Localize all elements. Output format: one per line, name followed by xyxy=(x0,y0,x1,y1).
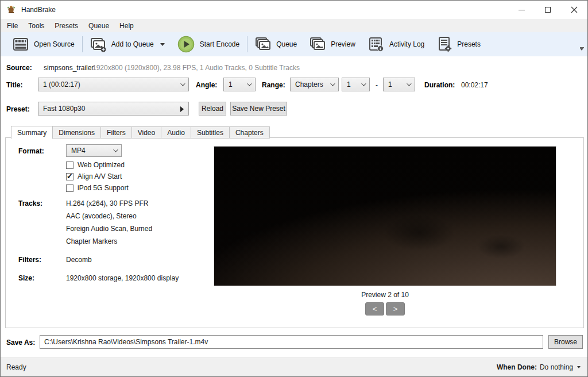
range-separator: - xyxy=(376,81,378,89)
presets-button[interactable]: Presets xyxy=(431,32,487,56)
filters-value: Decomb xyxy=(66,256,92,264)
save-as-input[interactable]: C:\Users\Krishna Rao\Videos\Simpsons Tra… xyxy=(40,335,543,349)
range-to-select[interactable]: 1 xyxy=(383,78,415,91)
tab-dimensions[interactable]: Dimensions xyxy=(53,126,101,139)
web-optimized-checkbox[interactable] xyxy=(66,161,74,169)
presets-label: Presets xyxy=(457,40,481,48)
menu-presets[interactable]: Presets xyxy=(49,20,83,32)
add-to-queue-button[interactable]: Add to Queue xyxy=(84,32,171,56)
open-source-label: Open Source xyxy=(34,40,75,48)
settings-tabs: Summary Dimensions Filters Video Audio S… xyxy=(11,125,270,139)
close-icon xyxy=(571,6,578,13)
source-name: simpsons_trailer xyxy=(44,64,94,72)
activity-log-button[interactable]: Activity Log xyxy=(362,32,431,56)
preview-button[interactable]: Preview xyxy=(303,32,362,56)
minimize-button[interactable] xyxy=(508,1,535,19)
toolbar-overflow-button[interactable] xyxy=(578,47,585,54)
size-label: Size: xyxy=(18,274,34,282)
tab-filters[interactable]: Filters xyxy=(101,126,132,139)
when-done-value: Do nothing xyxy=(540,363,573,371)
menu-queue[interactable]: Queue xyxy=(83,20,114,32)
format-label: Format: xyxy=(18,147,44,155)
tracks-label: Tracks: xyxy=(18,199,42,207)
ipod-5g-support-option[interactable]: iPod 5G Support xyxy=(66,184,129,192)
menu-help[interactable]: Help xyxy=(114,20,139,32)
chevron-down-icon xyxy=(330,81,335,86)
presets-icon xyxy=(437,36,452,52)
toolbar: Open Source Add to Queue Start Encode xyxy=(1,32,587,56)
add-to-queue-dropdown-icon[interactable] xyxy=(160,43,165,46)
add-to-queue-label: Add to Queue xyxy=(111,40,154,48)
track-subtitle: Foreign Audio Scan, Burned xyxy=(66,225,152,233)
handbrake-window: HandBrake File Tools Presets Queue Help … xyxy=(0,0,588,377)
title-select-value: 1 (00:02:17) xyxy=(43,80,80,89)
queue-button[interactable]: Queue xyxy=(249,32,303,56)
ipod-5g-support-checkbox[interactable] xyxy=(66,184,74,192)
save-as-path: C:\Users\Krishna Rao\Videos\Simpsons Tra… xyxy=(44,338,208,346)
reload-button[interactable]: Reload xyxy=(199,102,226,116)
when-done-dropdown-icon xyxy=(577,366,581,368)
open-source-icon xyxy=(13,36,29,52)
duration-value: 00:02:17 xyxy=(461,81,488,89)
preview-next-button[interactable]: > xyxy=(386,302,405,316)
menu-tools[interactable]: Tools xyxy=(23,20,49,32)
start-encode-label: Start Encode xyxy=(200,40,239,48)
track-chapters: Chapter Markers xyxy=(66,237,117,245)
align-av-start-option[interactable]: Align A/V Start xyxy=(66,172,122,180)
add-to-queue-icon xyxy=(90,36,106,52)
toolbar-separator xyxy=(247,36,247,52)
track-audio: AAC (avcodec), Stereo xyxy=(66,212,137,220)
tab-video[interactable]: Video xyxy=(132,126,161,139)
ipod-5g-support-label: iPod 5G Support xyxy=(78,184,129,192)
save-new-preset-button[interactable]: Save New Preset xyxy=(230,102,287,116)
start-encode-button[interactable]: Start Encode xyxy=(171,32,246,56)
menu-bar: File Tools Presets Queue Help xyxy=(1,19,587,32)
preview-caption: Preview 2 of 10 xyxy=(214,291,556,299)
minimize-icon xyxy=(519,10,525,10)
tab-subtitles[interactable]: Subtitles xyxy=(191,126,230,139)
format-select[interactable]: MP4 xyxy=(66,144,122,157)
overflow-icon xyxy=(580,47,584,48)
source-details: 1920x800 (1920x800), 23.98 FPS, 1 Audio … xyxy=(92,64,300,72)
filters-label: Filters: xyxy=(18,256,41,264)
tab-audio[interactable]: Audio xyxy=(161,126,191,139)
preview-prev-button[interactable]: < xyxy=(365,302,384,316)
range-type-select[interactable]: Chapters xyxy=(290,78,339,91)
preset-select[interactable]: Fast 1080p30 xyxy=(38,102,189,116)
tab-summary[interactable]: Summary xyxy=(11,126,53,139)
range-label: Range: xyxy=(262,81,285,89)
open-source-button[interactable]: Open Source xyxy=(6,32,81,56)
format-select-value: MP4 xyxy=(71,147,86,155)
chevron-down-icon xyxy=(361,81,366,86)
menu-file[interactable]: File xyxy=(2,20,23,32)
angle-select-value: 1 xyxy=(229,80,233,89)
close-button[interactable] xyxy=(561,1,587,19)
preview-label: Preview xyxy=(331,40,355,48)
browse-button[interactable]: Browse xyxy=(548,335,583,349)
chevron-down-icon xyxy=(580,48,583,51)
angle-select[interactable]: 1 xyxy=(223,78,256,91)
handbrake-logo-icon xyxy=(6,5,17,14)
tab-chapters[interactable]: Chapters xyxy=(230,126,270,139)
title-bar: HandBrake xyxy=(1,1,587,19)
when-done-label: When Done: xyxy=(497,363,537,371)
align-av-start-checkbox[interactable] xyxy=(66,173,74,180)
title-select[interactable]: 1 (00:02:17) xyxy=(38,78,189,91)
save-as-label: Save As: xyxy=(6,338,35,347)
preview-image xyxy=(214,146,556,286)
range-to-value: 1 xyxy=(388,80,392,89)
start-encode-icon xyxy=(177,36,195,53)
range-from-select[interactable]: 1 xyxy=(342,78,370,91)
status-text: Ready xyxy=(6,363,26,371)
preview-navigation: < > xyxy=(214,302,556,316)
preset-label: Preset: xyxy=(6,105,30,113)
track-video: H.264 (x264), 30 FPS PFR xyxy=(66,199,148,207)
size-value: 1920x800 storage, 1920x800 display xyxy=(66,274,179,282)
web-optimized-option[interactable]: Web Optimized xyxy=(66,161,125,169)
maximize-button[interactable] xyxy=(535,1,561,19)
window-title: HandBrake xyxy=(21,6,56,14)
range-from-value: 1 xyxy=(347,80,351,89)
duration-label: Duration: xyxy=(424,81,455,89)
chevron-down-icon xyxy=(247,81,252,86)
when-done-control[interactable]: When Done: Do nothing xyxy=(497,363,581,371)
